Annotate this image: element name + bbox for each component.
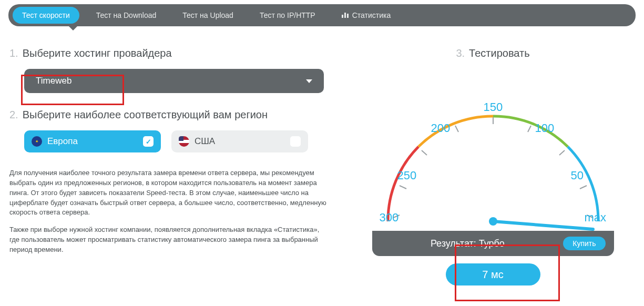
step1-title: Выберите хостинг провайдера (23, 47, 172, 59)
tick-250: 250 (397, 169, 417, 182)
tick-50: 50 (571, 169, 584, 182)
result-bar: Результат: Турбо Купить (372, 231, 614, 256)
region-europe[interactable]: Европа ✓ (24, 130, 161, 152)
description-1: Для получения наиболее точного результат… (9, 168, 330, 218)
buy-button[interactable]: Купить (563, 237, 605, 250)
tab-label: Статистика (352, 11, 391, 19)
tab-upload[interactable]: Тест на Upload (173, 7, 243, 24)
tick-max: max (585, 211, 607, 225)
svg-line-8 (528, 126, 531, 132)
tab-label: Тест на Upload (182, 11, 233, 19)
svg-rect-0 (342, 15, 343, 18)
svg-line-10 (580, 186, 587, 189)
svg-rect-2 (347, 14, 349, 18)
flag-us-icon (179, 136, 189, 147)
check-icon: ✓ (143, 136, 154, 147)
tab-stats[interactable]: Статистика (332, 7, 401, 24)
chevron-down-icon (306, 79, 312, 83)
tick-200: 200 (431, 121, 451, 135)
region-label: США (195, 136, 215, 147)
stats-icon (342, 11, 349, 19)
description-2: Также при выборе нужной хостинг компании… (9, 225, 330, 255)
step3-title: Тестировать (469, 47, 529, 59)
tick-300: 300 (380, 211, 399, 225)
tab-bar: Тест скорости Тест на Download Тест на U… (8, 4, 636, 26)
speed-gauge: 300 250 200 150 100 50 max (367, 69, 619, 232)
svg-rect-1 (344, 13, 346, 18)
svg-line-4 (400, 186, 406, 189)
tick-150: 150 (484, 100, 503, 114)
step3-number: 3. (456, 47, 465, 59)
tab-pointer (69, 26, 77, 30)
tab-label: Тест по IP/HTTP (260, 11, 315, 19)
svg-line-13 (493, 221, 593, 229)
svg-line-6 (455, 126, 458, 132)
provider-selected: Timeweb (36, 76, 71, 86)
tab-speed[interactable]: Тест скорости (13, 7, 79, 24)
flag-eu-icon (32, 136, 42, 147)
provider-dropdown[interactable]: Timeweb (24, 69, 324, 93)
tab-label: Тест на Download (96, 11, 157, 19)
region-usa[interactable]: США (171, 130, 308, 152)
svg-line-9 (559, 150, 565, 155)
tab-label: Тест скорости (22, 11, 70, 19)
svg-line-5 (422, 150, 427, 155)
step2-title: Выберите наиболее соответствующий вам ре… (23, 109, 268, 121)
tab-download[interactable]: Тест на Download (87, 7, 166, 24)
tab-iphttp[interactable]: Тест по IP/HTTP (250, 7, 325, 24)
step2-number: 2. (9, 109, 18, 121)
result-label: Результат: Турбо (372, 238, 564, 249)
region-label: Европа (47, 136, 78, 147)
tick-100: 100 (535, 121, 555, 135)
result-value: 7 мс (446, 263, 540, 285)
check-empty-icon (290, 136, 301, 147)
step1-number: 1. (9, 47, 18, 59)
